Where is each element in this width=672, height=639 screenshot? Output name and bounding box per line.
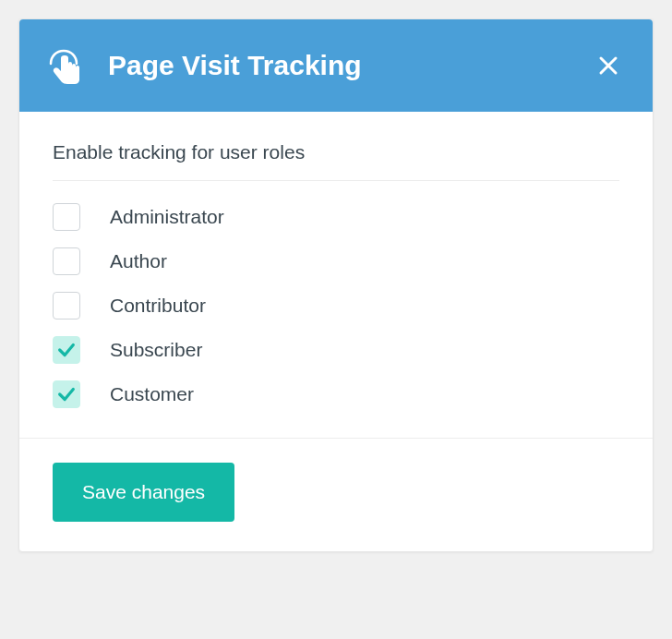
touch-icon: [49, 45, 86, 86]
role-label: Subscriber: [110, 339, 202, 361]
role-checkbox-list: Administrator Author Contributor Subscri…: [53, 203, 619, 408]
check-icon: [56, 340, 77, 360]
checkbox[interactable]: [53, 203, 80, 231]
role-label: Contributor: [110, 295, 206, 317]
modal-body: Enable tracking for user roles Administr…: [19, 112, 653, 438]
role-row-subscriber[interactable]: Subscriber: [53, 336, 619, 364]
role-row-author[interactable]: Author: [53, 247, 619, 275]
modal-title: Page Visit Tracking: [108, 50, 362, 81]
role-label: Administrator: [110, 206, 224, 228]
checkbox[interactable]: [53, 292, 80, 320]
checkbox[interactable]: [53, 380, 80, 408]
header-left: Page Visit Tracking: [49, 45, 362, 86]
role-row-administrator[interactable]: Administrator: [53, 203, 619, 231]
role-row-contributor[interactable]: Contributor: [53, 292, 619, 320]
check-icon: [56, 384, 77, 404]
modal-footer: Save changes: [19, 438, 653, 551]
save-button[interactable]: Save changes: [53, 463, 234, 522]
role-row-customer[interactable]: Customer: [53, 380, 619, 408]
checkbox[interactable]: [53, 336, 80, 364]
close-icon: [597, 54, 619, 77]
role-label: Customer: [110, 383, 194, 405]
modal-header: Page Visit Tracking: [19, 19, 653, 112]
section-title: Enable tracking for user roles: [53, 141, 619, 181]
role-label: Author: [110, 250, 167, 272]
settings-modal: Page Visit Tracking Enable tracking for …: [18, 18, 654, 552]
close-button[interactable]: [594, 51, 623, 80]
checkbox[interactable]: [53, 247, 80, 275]
